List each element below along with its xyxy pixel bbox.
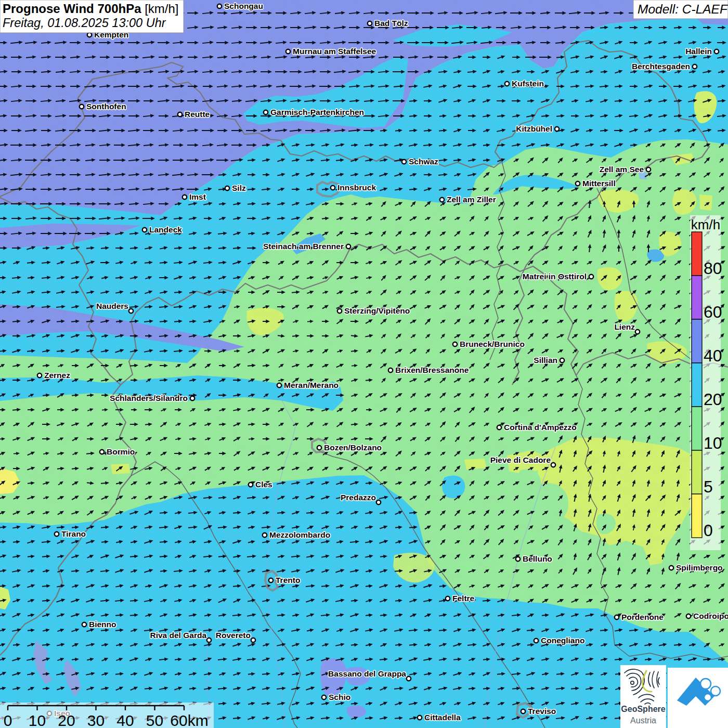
svg-text:20: 20 <box>704 390 722 409</box>
svg-text:Matrei in Osttirol: Matrei in Osttirol <box>523 272 587 281</box>
svg-text:km/h: km/h <box>691 217 720 232</box>
svg-text:0: 0 <box>4 712 12 728</box>
svg-text:Codroipo: Codroipo <box>693 612 728 620</box>
svg-text:Schongau: Schongau <box>224 2 263 10</box>
svg-text:Predazzo: Predazzo <box>341 493 376 502</box>
svg-text:10: 10 <box>29 712 46 728</box>
svg-text:Zell am See: Zell am See <box>600 165 644 174</box>
svg-text:Schwaz: Schwaz <box>409 157 438 166</box>
svg-text:Conegliano: Conegliano <box>541 636 584 645</box>
svg-text:60: 60 <box>704 303 722 321</box>
svg-text:Sterzing/Vipiteno: Sterzing/Vipiteno <box>344 306 410 315</box>
svg-text:Kitzbühel: Kitzbühel <box>516 124 552 133</box>
svg-text:Garmisch-Partenkirchen: Garmisch-Partenkirchen <box>270 108 364 116</box>
svg-text:80: 80 <box>704 259 722 278</box>
svg-text:Riva del Garda: Riva del Garda <box>150 631 206 640</box>
svg-text:Innsbruck: Innsbruck <box>337 183 376 192</box>
svg-text:Trento: Trento <box>276 576 300 584</box>
svg-text:Bormio: Bormio <box>107 447 135 456</box>
svg-text:Bozen/Bolzano: Bozen/Bolzano <box>324 443 382 452</box>
svg-text:Feltre: Feltre <box>452 594 475 603</box>
svg-text:Schio: Schio <box>329 693 350 701</box>
svg-text:Treviso: Treviso <box>528 707 556 716</box>
svg-text:Modell: C-LAEF: Modell: C-LAEF <box>638 2 728 16</box>
svg-text:Cles: Cles <box>255 480 272 489</box>
svg-text:Bad Tölz: Bad Tölz <box>374 19 408 28</box>
svg-text:Pordenone: Pordenone <box>621 613 664 621</box>
svg-text:Brixen/Bressanone: Brixen/Bressanone <box>395 366 469 374</box>
svg-text:Bienno: Bienno <box>89 620 116 629</box>
svg-text:Imst: Imst <box>189 192 206 201</box>
svg-text:Lienz: Lienz <box>614 322 635 331</box>
svg-text:0: 0 <box>704 521 713 540</box>
svg-text:40: 40 <box>116 712 134 728</box>
svg-text:40: 40 <box>704 346 722 365</box>
svg-text:Prognose Wind 700hPa [km/h]: Prognose Wind 700hPa [km/h] <box>3 2 179 16</box>
svg-text:Kufstein: Kufstein <box>512 79 544 88</box>
svg-text:Tirano: Tirano <box>61 529 86 538</box>
svg-text:Schlanders/Silandro: Schlanders/Silandro <box>110 394 188 402</box>
svg-text:Sonthofen: Sonthofen <box>86 102 126 111</box>
svg-text:Bruneck/Brunico: Bruneck/Brunico <box>460 340 525 348</box>
svg-text:Freitag, 01.08.2025 13:00 Uhr: Freitag, 01.08.2025 13:00 Uhr <box>3 16 166 30</box>
svg-text:20: 20 <box>58 712 75 728</box>
svg-text:Mittersill: Mittersill <box>582 179 616 188</box>
svg-text:Spilimbergo: Spilimbergo <box>676 563 723 572</box>
svg-text:Berchtesgaden: Berchtesgaden <box>632 62 690 71</box>
svg-text:Steinach am Brenner: Steinach am Brenner <box>263 242 344 251</box>
svg-text:Sillian: Sillian <box>534 356 557 365</box>
svg-text:10: 10 <box>704 434 722 452</box>
svg-text:Mezzolombardo: Mezzolombardo <box>269 530 330 539</box>
svg-text:Pieve di Cadore: Pieve di Cadore <box>490 456 551 464</box>
svg-text:50: 50 <box>146 712 163 728</box>
svg-text:Nauders: Nauders <box>96 302 128 310</box>
svg-text:Hallein: Hallein <box>685 47 712 56</box>
svg-text:30: 30 <box>87 712 105 728</box>
svg-text:60km: 60km <box>170 712 208 728</box>
svg-text:GeoSphere: GeoSphere <box>621 705 665 713</box>
svg-text:Landeck: Landeck <box>149 225 182 234</box>
svg-text:Murnau am Staffelsee: Murnau am Staffelsee <box>293 47 376 56</box>
svg-text:Zell am Ziller: Zell am Ziller <box>447 195 496 204</box>
svg-text:Reutte: Reutte <box>185 110 210 119</box>
svg-text:5: 5 <box>704 477 713 496</box>
svg-text:Silz: Silz <box>232 184 246 192</box>
svg-text:Belluno: Belluno <box>523 554 552 563</box>
svg-text:Austria: Austria <box>630 716 656 725</box>
svg-text:Cittadella: Cittadella <box>424 713 461 722</box>
svg-text:Meran/Merano: Meran/Merano <box>284 381 339 389</box>
svg-text:Zernez: Zernez <box>44 371 70 380</box>
svg-text:Bassano del Grappa: Bassano del Grappa <box>328 669 406 678</box>
svg-text:Cortina d'Ampezzo: Cortina d'Ampezzo <box>504 423 577 432</box>
svg-text:Rovereto: Rovereto <box>216 631 251 640</box>
